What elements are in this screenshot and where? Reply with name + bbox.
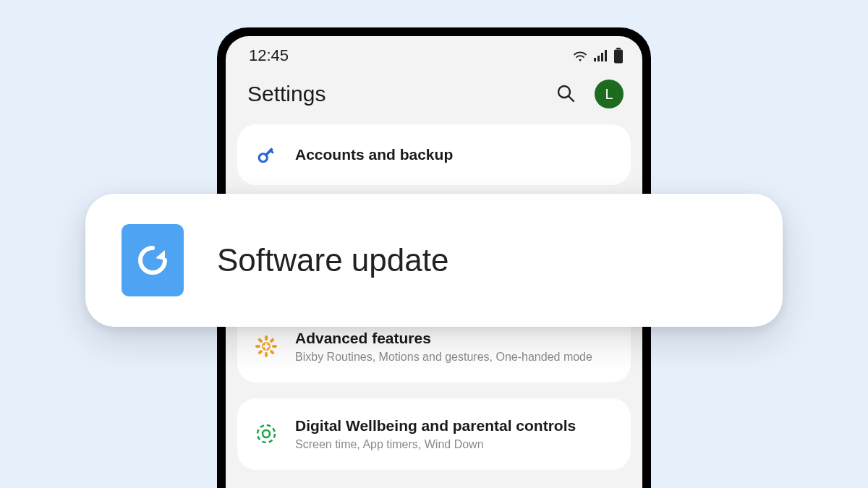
- svg-rect-12: [265, 335, 268, 341]
- settings-row-accounts[interactable]: Accounts and backup: [237, 130, 631, 179]
- svg-rect-21: [263, 346, 270, 348]
- svg-rect-18: [258, 338, 263, 343]
- row-subtitle: Screen time, App timers, Wind Down: [295, 437, 615, 453]
- svg-rect-1: [597, 56, 600, 61]
- row-subtitle: Bixby Routines, Motions and gestures, On…: [295, 349, 615, 365]
- svg-rect-13: [265, 352, 268, 357]
- software-update-card[interactable]: Software update: [85, 194, 783, 327]
- wifi-icon: [571, 48, 589, 63]
- status-bar: 12:45: [226, 36, 642, 69]
- row-text: Advanced features Bixby Routines, Motion…: [295, 328, 615, 365]
- svg-line-7: [569, 96, 574, 101]
- signal-icon: [593, 48, 609, 63]
- svg-point-22: [258, 425, 275, 442]
- search-icon: [556, 83, 576, 103]
- row-title: Accounts and backup: [295, 145, 615, 164]
- svg-rect-0: [594, 58, 596, 61]
- wellbeing-icon: [253, 421, 279, 447]
- page-title: Settings: [247, 82, 326, 106]
- settings-card-accounts: Accounts and backup: [237, 124, 631, 185]
- svg-rect-15: [272, 345, 277, 348]
- row-title: Advanced features: [295, 328, 615, 348]
- row-text: Accounts and backup: [295, 145, 615, 164]
- search-button[interactable]: [553, 80, 579, 108]
- svg-rect-4: [616, 48, 621, 49]
- status-icons: [571, 48, 624, 64]
- svg-point-23: [263, 430, 270, 437]
- svg-rect-17: [258, 350, 263, 356]
- software-update-label: Software update: [217, 242, 448, 278]
- svg-rect-19: [269, 350, 275, 356]
- svg-rect-2: [601, 53, 603, 61]
- battery-icon: [613, 48, 624, 64]
- avatar-initial: L: [605, 86, 613, 103]
- status-time: 12:45: [249, 46, 289, 65]
- svg-rect-14: [255, 345, 260, 348]
- svg-rect-5: [614, 50, 623, 64]
- profile-avatar[interactable]: L: [595, 80, 624, 108]
- svg-point-6: [558, 86, 570, 98]
- settings-header: Settings L: [226, 69, 642, 124]
- row-title: Digital Wellbeing and parental controls: [295, 416, 615, 435]
- key-icon: [253, 142, 279, 168]
- settings-row-wellbeing[interactable]: Digital Wellbeing and parental controls …: [237, 404, 631, 464]
- row-text: Digital Wellbeing and parental controls …: [295, 416, 615, 453]
- header-actions: L: [553, 80, 624, 108]
- update-icon: [122, 224, 184, 296]
- svg-rect-3: [605, 50, 607, 61]
- svg-rect-16: [269, 338, 275, 343]
- gear-plus-icon: [253, 333, 279, 359]
- settings-card-wellbeing: Digital Wellbeing and parental controls …: [237, 398, 631, 470]
